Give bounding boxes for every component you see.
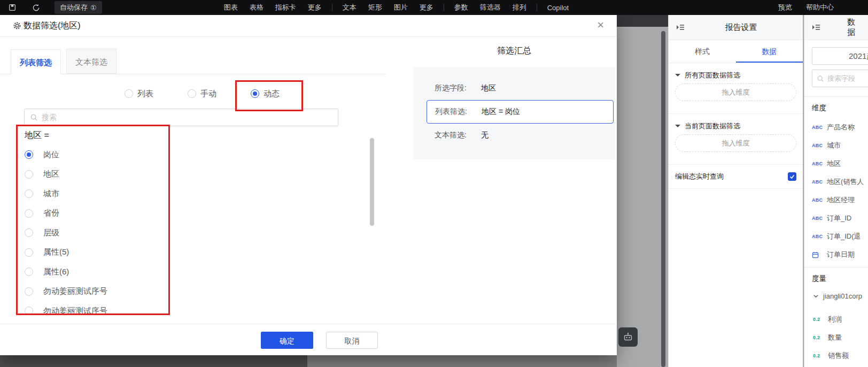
report-panel-title: 报告设置 — [686, 22, 796, 33]
report-panel-tabs: 样式数据 — [669, 40, 803, 63]
section-label: 所有页面数据筛选 — [685, 71, 740, 80]
field-radio-option[interactable]: 城市 — [18, 184, 168, 204]
dimension-field[interactable]: 订单_ID — [804, 209, 868, 227]
autosave-status[interactable]: 自动保存 ① — [55, 1, 102, 14]
dimension-field[interactable]: 城市 — [804, 136, 868, 155]
measure-group-row[interactable]: jiangli01corp — [804, 287, 868, 305]
field-radio-option[interactable]: 属性(5) — [18, 243, 168, 263]
copilot-button[interactable]: Copilot — [547, 4, 569, 12]
measure-group-label: jiangli01corp — [823, 292, 862, 300]
toolbar-dropdown-item[interactable]: 参数 — [454, 3, 468, 12]
toolbar-divider — [332, 4, 332, 11]
collapse-panel-icon[interactable] — [675, 22, 686, 33]
cancel-button[interactable]: 取消 — [326, 332, 378, 349]
radio-icon — [25, 248, 33, 257]
data-fields-panel: 数据 2021超 搜索字段 维度 产品名称 — [804, 15, 868, 367]
field-label: 地区经理 — [827, 195, 855, 205]
toolbar-menu-item[interactable]: 文本 — [343, 3, 356, 12]
toolbar-divider — [444, 4, 444, 11]
field-radio-option[interactable]: 地区 — [18, 165, 168, 185]
search-icon — [30, 113, 38, 121]
mode-radio-option[interactable]: 动态 — [251, 89, 280, 99]
collapse-panel-icon[interactable] — [811, 22, 821, 33]
dialog-tab[interactable]: 列表筛选 — [11, 49, 61, 74]
dimension-field[interactable]: 地区(销售人 — [804, 173, 868, 191]
check-icon — [789, 173, 795, 180]
data-panel-header: 数据 — [804, 15, 868, 40]
measure-field[interactable]: 销售额 — [804, 347, 868, 365]
dialog-title: 数据筛选(地区) — [13, 20, 81, 32]
section-divider — [669, 113, 803, 114]
field-radio-option[interactable]: 省份 — [18, 204, 168, 224]
toolbar-menu-item[interactable]: 预览 — [778, 3, 792, 12]
dialog-header: 数据筛选(地区) × — [0, 15, 617, 37]
toolbar-menu-item[interactable]: 图表 — [224, 3, 238, 12]
field-radio-option[interactable]: 层级 — [18, 223, 168, 243]
refresh-icon[interactable] — [31, 3, 41, 12]
mode-radio-option[interactable]: 列表 — [125, 89, 153, 99]
section-header[interactable]: 当前页面数据筛选 — [675, 121, 796, 131]
filter-summary-panel: 所选字段: 地区 列表筛选: 地区 = 岗位 文本筛选: 无 — [413, 67, 615, 159]
measure-field[interactable]: 利润 — [804, 310, 868, 328]
field-radio-option[interactable]: 岗位 — [18, 145, 168, 165]
field-type-icon — [812, 143, 827, 148]
caret-down-icon — [675, 125, 680, 130]
field-label: 产品名称 — [827, 123, 855, 132]
dimension-field[interactable]: 产品名称 — [804, 118, 868, 136]
dimension-field[interactable]: 地区 — [804, 155, 868, 173]
list-scrollbar[interactable] — [370, 138, 374, 226]
realtime-query-row: 编辑态实时查询 — [669, 165, 803, 188]
dimension-field[interactable]: 订单_ID(退 — [804, 227, 868, 246]
dimension-dropzone[interactable]: 拖入维度 — [675, 134, 796, 152]
toolbar-menu-item[interactable]: 指标卡 — [275, 3, 296, 12]
toolbar-menu-item[interactable]: 更多 — [420, 3, 433, 12]
toolbar-menu-item[interactable]: 表格 — [250, 3, 264, 12]
field-search-input[interactable]: 搜索字段 — [812, 70, 868, 87]
page-vertical-scrollbar[interactable] — [661, 31, 665, 367]
toolbar-dropdown-item[interactable]: 筛选器 — [480, 3, 501, 12]
section-header[interactable]: 所有页面数据筛选 — [675, 71, 796, 80]
field-type-icon — [813, 317, 828, 322]
dimension-field[interactable]: 订单日期 — [804, 246, 868, 264]
dimension-dropzone[interactable]: 拖入维度 — [675, 83, 796, 101]
toolbar-menu-item[interactable]: 更多 — [308, 3, 322, 12]
field-type-icon — [813, 353, 828, 358]
close-icon[interactable]: × — [597, 19, 604, 31]
field-list-header: 地区 = — [25, 130, 168, 141]
assistant-robot-button[interactable] — [618, 327, 638, 347]
confirm-button[interactable]: 确定 — [261, 332, 313, 349]
field-type-icon — [812, 216, 827, 221]
panel-divider — [804, 267, 868, 267]
dialog-tab[interactable]: 文本筛选 — [66, 49, 117, 74]
toolbar-dropdown-item[interactable]: 排列 — [513, 3, 526, 12]
dimension-field[interactable]: 地区经理 — [804, 191, 868, 209]
data-filter-dialog: 数据筛选(地区) × 列表筛选文本筛选 列表手动动态 搜索 地区 = 岗位地区城… — [0, 15, 617, 355]
radio-icon — [25, 209, 33, 218]
summary-row: 列表筛选: 地区 = 岗位 — [427, 100, 614, 124]
dataset-select[interactable]: 2021超 — [812, 47, 868, 65]
field-radio-option[interactable]: 属性(6) — [18, 262, 168, 282]
field-radio-option[interactable]: 勿动姜丽测试序号 — [18, 301, 168, 315]
field-radio-option[interactable]: 勿动姜丽测试序号 — [18, 282, 168, 302]
mode-radio-option[interactable]: 手动 — [188, 89, 216, 99]
toolbar-menu-item[interactable]: 矩形 — [368, 3, 382, 12]
summary-row-label: 文本筛选: — [435, 131, 481, 140]
radio-icon — [25, 228, 33, 237]
realtime-query-checkbox[interactable] — [788, 172, 796, 181]
report-panel-tab[interactable]: 数据 — [736, 40, 803, 63]
report-panel-tab[interactable]: 样式 — [669, 40, 736, 63]
app-root: 自动保存 ① 图表表格指标卡更多 文本矩形图片更多 参数筛选器排列 Copilo… — [0, 0, 868, 367]
search-input[interactable]: 搜索 — [24, 109, 338, 126]
toolbar-menu-item[interactable]: 帮助中心 — [806, 3, 834, 12]
toolbar-menu-item[interactable]: 图片 — [394, 3, 408, 12]
summary-row: 所选字段: 地区 — [413, 79, 615, 98]
field-type-icon — [812, 251, 827, 258]
field-option-list: 岗位地区城市省份层级属性(5)属性(6)勿动姜丽测试序号勿动姜丽测试序号 — [18, 145, 168, 315]
radio-icon — [25, 170, 33, 179]
measure-field[interactable]: 数量 — [804, 328, 868, 347]
save-icon[interactable] — [7, 3, 17, 12]
field-search-placeholder: 搜索字段 — [827, 74, 855, 83]
field-label: 销售额 — [828, 351, 849, 361]
footer-divider — [0, 324, 617, 324]
field-type-icon — [812, 234, 827, 239]
